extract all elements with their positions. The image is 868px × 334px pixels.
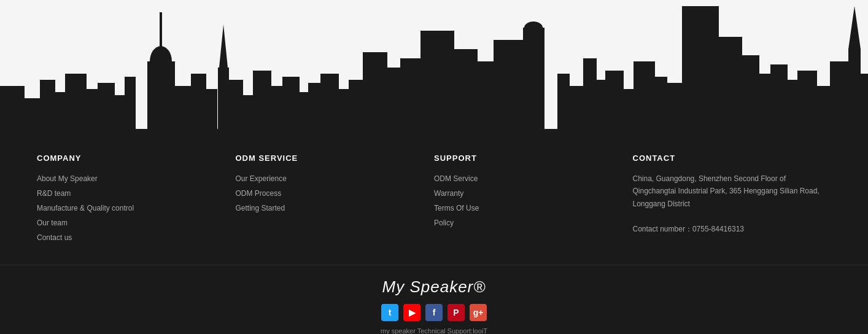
footer-columns: COMPANY About My Speaker R&D team Manufa…	[37, 153, 831, 265]
list-item: About My Speaker	[37, 173, 236, 184]
facebook-icon[interactable]: f	[425, 304, 443, 321]
svg-rect-25	[338, 89, 350, 129]
svg-rect-53	[816, 86, 831, 129]
gplus-icon[interactable]: g+	[470, 304, 487, 321]
svg-rect-18	[242, 95, 254, 129]
svg-rect-7	[114, 95, 126, 129]
svg-rect-19	[253, 71, 271, 129]
svg-rect-0	[0, 86, 25, 129]
footer-col-support: SUPPORT ODM Service Warranty Terms Of Us…	[434, 153, 633, 246]
odm-title: ODM SERVICE	[236, 153, 435, 163]
svg-rect-31	[453, 49, 478, 129]
svg-rect-2	[40, 80, 55, 129]
contact-number-label: Contact number：	[633, 225, 692, 233]
svg-rect-34	[523, 28, 544, 129]
svg-rect-29	[400, 58, 422, 129]
footer-col-odm: ODM SERVICE Our Experience ODM Process G…	[236, 153, 435, 246]
youtube-icon[interactable]: ▶	[403, 304, 420, 321]
list-item: ODM Process	[236, 187, 435, 198]
warranty-link[interactable]: Warranty	[434, 189, 463, 198]
svg-rect-15	[218, 68, 229, 129]
list-item: Contact us	[37, 231, 236, 243]
contact-address: China, Guangdong, Shenzhen Second Floor …	[633, 173, 832, 235]
contact-us-link[interactable]: Contact us	[37, 233, 72, 242]
svg-rect-57	[859, 74, 868, 129]
svg-rect-39	[583, 58, 597, 129]
skyline-section	[0, 0, 868, 129]
svg-rect-42	[622, 89, 635, 129]
svg-rect-43	[634, 61, 655, 129]
getting-started-link[interactable]: Getting Started	[236, 204, 285, 212]
svg-rect-33	[494, 40, 524, 129]
svg-rect-3	[54, 92, 66, 129]
svg-rect-38	[568, 86, 584, 129]
pinterest-icon[interactable]: P	[448, 304, 465, 321]
our-experience-link[interactable]: Our Experience	[236, 174, 287, 183]
svg-rect-47	[718, 37, 742, 129]
brand-name: My Speaker®	[0, 278, 868, 297]
svg-rect-49	[758, 74, 772, 129]
svg-rect-6	[98, 83, 115, 129]
svg-rect-20	[270, 86, 284, 129]
list-item: Manufacture & Quality control	[37, 202, 236, 213]
svg-rect-12	[174, 86, 192, 129]
footer-col-company: COMPANY About My Speaker R&D team Manufa…	[37, 153, 236, 246]
svg-rect-40	[595, 80, 606, 129]
svg-rect-4	[65, 74, 87, 129]
about-my-speaker-link[interactable]: About My Speaker	[37, 174, 98, 183]
svg-rect-30	[420, 31, 454, 129]
terms-of-use-link[interactable]: Terms Of Use	[434, 204, 479, 212]
support-title: SUPPORT	[434, 153, 633, 163]
list-item: Our team	[37, 217, 236, 228]
svg-rect-46	[682, 6, 719, 129]
list-item: Policy	[434, 217, 633, 228]
footer-dark: COMPANY About My Speaker R&D team Manufa…	[0, 129, 868, 265]
svg-rect-14	[205, 89, 217, 129]
list-item: Getting Started	[236, 202, 435, 213]
odm-process-link[interactable]: ODM Process	[236, 189, 282, 198]
svg-rect-41	[605, 71, 624, 129]
svg-rect-48	[741, 55, 759, 129]
policy-link[interactable]: Policy	[434, 219, 454, 227]
svg-marker-56	[848, 6, 861, 49]
svg-rect-28	[386, 68, 401, 129]
skyline-svg	[0, 0, 868, 129]
list-item: R&D team	[37, 187, 236, 198]
contact-title: CONTACT	[633, 153, 832, 163]
odm-service-link[interactable]: ODM Service	[434, 174, 478, 183]
svg-rect-27	[363, 52, 387, 129]
svg-rect-32	[476, 61, 495, 129]
svg-marker-16	[219, 25, 228, 68]
svg-rect-54	[830, 61, 848, 129]
svg-rect-22	[298, 92, 309, 129]
manufacture-link[interactable]: Manufacture & Quality control	[37, 204, 134, 212]
svg-rect-44	[654, 77, 667, 129]
list-item: Our Experience	[236, 173, 435, 184]
svg-rect-23	[308, 83, 322, 129]
svg-rect-5	[85, 89, 99, 129]
svg-rect-24	[320, 74, 339, 129]
rd-team-link[interactable]: R&D team	[37, 189, 71, 198]
support-links: ODM Service Warranty Terms Of Use Policy	[434, 173, 633, 228]
svg-rect-8	[125, 77, 136, 129]
address-text: China, Guangdong, Shenzhen Second Floor …	[633, 174, 820, 208]
footer-bottom: My Speaker® t ▶ f P g+ my speaker Techni…	[0, 265, 868, 334]
list-item: Terms Of Use	[434, 202, 633, 213]
odm-links: Our Experience ODM Process Getting Start…	[236, 173, 435, 213]
svg-rect-45	[666, 83, 683, 129]
footer-col-contact: CONTACT China, Guangdong, Shenzhen Secon…	[633, 153, 832, 246]
svg-rect-50	[770, 64, 788, 129]
our-team-link[interactable]: Our team	[37, 219, 68, 227]
support-text: my speaker Technical Support:looiT	[0, 327, 868, 334]
list-item: ODM Service	[434, 173, 633, 184]
svg-rect-55	[848, 49, 861, 129]
svg-rect-52	[797, 71, 817, 129]
svg-point-36	[524, 21, 543, 34]
svg-rect-26	[349, 80, 364, 129]
svg-rect-35	[517, 58, 524, 80]
svg-rect-1	[23, 98, 42, 129]
social-icons: t ▶ f P g+	[0, 304, 868, 321]
svg-rect-37	[557, 74, 570, 129]
twitter-icon[interactable]: t	[381, 304, 398, 321]
svg-rect-13	[191, 74, 206, 129]
